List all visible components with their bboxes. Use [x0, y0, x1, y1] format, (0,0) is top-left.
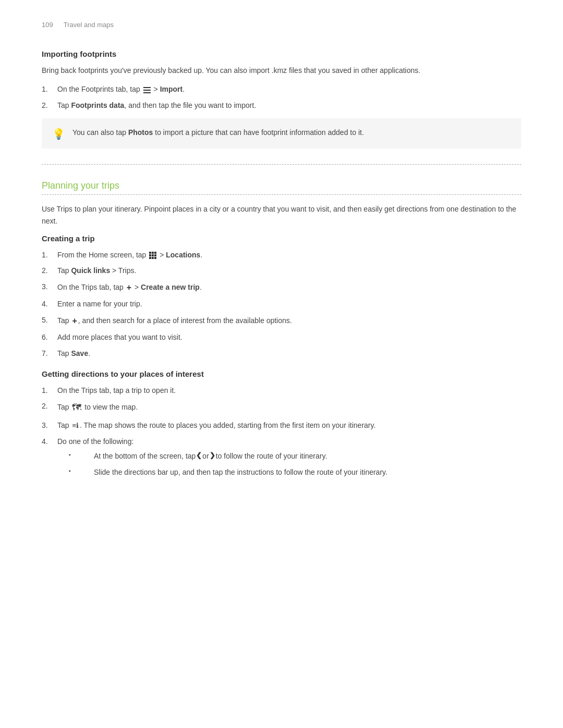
step-import-2: 2. Tap Footprints data, and then tap the…	[42, 100, 521, 111]
section-underline	[42, 194, 521, 195]
page-number: 109	[42, 21, 53, 29]
page-section-title: Travel and maps	[64, 21, 114, 29]
step-dir-1: 1. On the Trips tab, tap a trip to open …	[42, 385, 521, 396]
step-create-2: 2. Tap Quick links > Trips.	[42, 265, 521, 276]
bullet-slide: Slide the directions bar up, and then ta…	[78, 466, 387, 478]
step-create-7: 7. Tap Save.	[42, 348, 521, 359]
step-import-1: 1. On the Footprints tab, tap > Import.	[42, 83, 521, 95]
planning-trips-section: Planning your trips Use Trips to plan yo…	[42, 175, 521, 482]
importing-footprints-title: Importing footprints	[42, 50, 521, 58]
bullet-chevron: At the bottom of the screen, tap ❮ or ❯ …	[78, 450, 387, 462]
importing-footprints-section: Importing footprints Bring back footprin…	[42, 50, 521, 149]
creating-trip-steps: 1. From the Home screen, tap > Locations…	[42, 249, 521, 359]
route-icon: ≡ℹ	[72, 421, 79, 431]
tip-text: You can also tap Photos to import a pict…	[72, 127, 364, 138]
creating-trip-title: Creating a trip	[42, 234, 521, 243]
menu-icon	[143, 87, 151, 94]
lightbulb-icon: 💡	[52, 128, 65, 140]
tip-box: 💡 You can also tap Photos to import a pi…	[42, 118, 521, 149]
step-dir-2: 2. Tap 🗺 to view the map.	[42, 400, 521, 415]
step-dir-4: 4. Do one of the following: At the botto…	[42, 436, 521, 482]
planning-trips-intro: Use Trips to plan your itinerary. Pinpoi…	[42, 203, 521, 227]
planning-trips-heading: Planning your trips	[42, 175, 521, 191]
step-create-5: 5. Tap +, and then search for a place of…	[42, 314, 521, 328]
plus-icon-2: +	[72, 314, 77, 328]
getting-directions-title: Getting directions to your places of int…	[42, 369, 521, 378]
step-dir-3: 3. Tap ≡ℹ. The map shows the route to pl…	[42, 419, 521, 431]
step-create-4: 4. Enter a name for your trip.	[42, 298, 521, 310]
step-create-3: 3. On the Trips tab, tap + > Create a ne…	[42, 281, 521, 294]
plus-icon: +	[127, 281, 131, 294]
step-create-6: 6. Add more places that you want to visi…	[42, 331, 521, 343]
map-view-icon: 🗺	[72, 400, 81, 415]
chevron-left-icon: ❮	[196, 450, 202, 461]
getting-directions-steps: 1. On the Trips tab, tap a trip to open …	[42, 385, 521, 482]
chevron-right-icon: ❯	[210, 450, 215, 461]
importing-footprints-intro: Bring back footprints you've previously …	[42, 65, 521, 76]
step-create-1: 1. From the Home screen, tap > Locations…	[42, 249, 521, 261]
section-divider	[42, 164, 521, 165]
importing-footprints-steps: 1. On the Footprints tab, tap > Import. …	[42, 83, 521, 111]
page-header: 109 Travel and maps	[42, 21, 521, 29]
do-one-of-list: At the bottom of the screen, tap ❮ or ❯ …	[57, 450, 387, 478]
apps-icon	[149, 252, 156, 259]
